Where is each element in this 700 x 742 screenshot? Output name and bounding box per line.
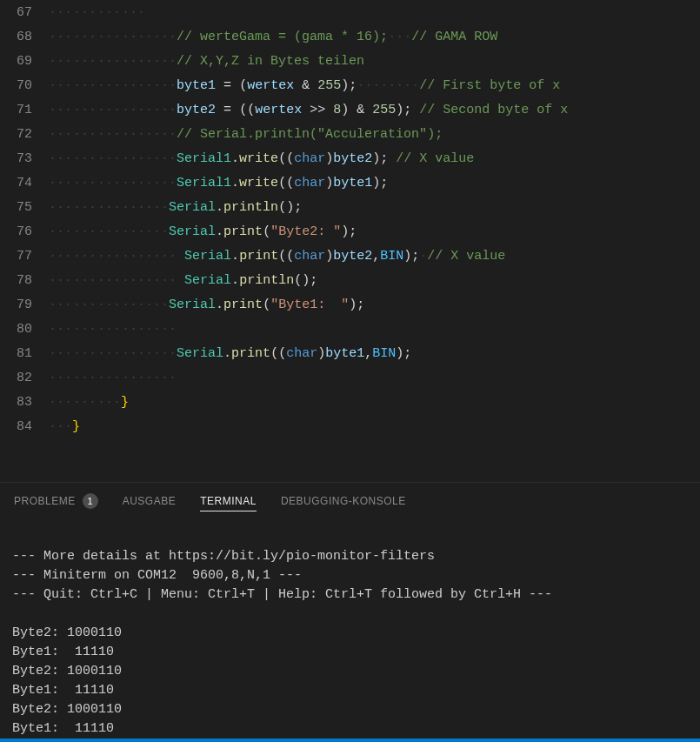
code-content[interactable]: ···············Serial.print("Byte2: "); bbox=[48, 224, 700, 239]
code-content[interactable]: ················// werteGama = (gama * 1… bbox=[48, 30, 700, 44]
line-number: 70 bbox=[0, 78, 48, 93]
code-content[interactable]: ················ bbox=[48, 371, 700, 385]
code-content[interactable]: ················// Serial.println("Accul… bbox=[48, 127, 700, 142]
line-number: 67 bbox=[0, 5, 48, 20]
code-content[interactable]: ·········} bbox=[48, 395, 700, 410]
code-line[interactable]: 78················ Serial.println(); bbox=[0, 268, 700, 292]
code-line[interactable]: 72················// Serial.println("Acc… bbox=[0, 122, 700, 146]
code-content[interactable]: ················ Serial.println(); bbox=[48, 273, 700, 288]
code-content[interactable]: ················Serial1.write((char)byte… bbox=[48, 176, 700, 191]
terminal-output[interactable]: --- More details at https://bit.ly/pio-m… bbox=[10, 523, 690, 739]
code-line[interactable]: 82················ bbox=[0, 365, 700, 390]
line-number: 78 bbox=[0, 273, 48, 288]
code-content[interactable]: ················ bbox=[48, 322, 700, 337]
line-number: 80 bbox=[0, 322, 48, 337]
code-line[interactable]: 77················ Serial.print((char)by… bbox=[0, 244, 700, 268]
tab-label: PROBLEME bbox=[14, 495, 76, 507]
tab-problems[interactable]: PROBLEME 1 bbox=[14, 493, 98, 513]
line-number: 71 bbox=[0, 103, 48, 117]
line-number: 81 bbox=[0, 346, 48, 361]
code-content[interactable]: ················byte2 = ((wertex >> 8) &… bbox=[48, 103, 700, 117]
code-line[interactable]: 84···} bbox=[0, 414, 700, 438]
code-content[interactable]: ················byte1 = (wertex & 255);·… bbox=[48, 78, 700, 93]
line-number: 77 bbox=[0, 249, 48, 264]
code-line[interactable]: 76···············Serial.print("Byte2: ")… bbox=[0, 219, 700, 244]
tab-label: AUSGABE bbox=[123, 495, 177, 507]
bottom-panel: PROBLEME 1 AUSGABE TERMINAL DEBUGGING-KO… bbox=[0, 483, 700, 739]
code-line[interactable]: 70················byte1 = (wertex & 255)… bbox=[0, 73, 700, 97]
code-content[interactable]: ················Serial.print((char)byte1… bbox=[48, 346, 700, 361]
code-line[interactable]: 79···············Serial.print("Byte1: ")… bbox=[0, 292, 700, 317]
tab-terminal[interactable]: TERMINAL bbox=[200, 495, 257, 511]
line-number: 79 bbox=[0, 297, 48, 312]
code-editor[interactable]: 67············68················// werte… bbox=[0, 0, 700, 482]
line-number: 76 bbox=[0, 224, 48, 239]
code-content[interactable]: ···············Serial.println(); bbox=[48, 200, 700, 215]
code-line[interactable]: 80················ bbox=[0, 317, 700, 341]
code-line[interactable]: 73················Serial1.write((char)by… bbox=[0, 146, 700, 170]
line-number: 82 bbox=[0, 371, 48, 385]
line-number: 68 bbox=[0, 30, 48, 44]
code-line[interactable]: 67············ bbox=[0, 0, 700, 24]
code-line[interactable]: 74················Serial1.write((char)by… bbox=[0, 170, 700, 195]
code-content[interactable]: ···············Serial.print("Byte1: "); bbox=[48, 297, 700, 312]
line-number: 75 bbox=[0, 200, 48, 215]
code-line[interactable]: 71················byte2 = ((wertex >> 8)… bbox=[0, 97, 700, 122]
tab-label: TERMINAL bbox=[200, 495, 257, 507]
problems-badge: 1 bbox=[83, 493, 98, 509]
line-number: 74 bbox=[0, 176, 48, 191]
line-number: 73 bbox=[0, 151, 48, 166]
tab-label: DEBUGGING-KONSOLE bbox=[281, 495, 406, 507]
code-line[interactable]: 83·········} bbox=[0, 390, 700, 414]
code-content[interactable]: ················// X,Y,Z in Bytes teilen bbox=[48, 54, 700, 69]
line-number: 83 bbox=[0, 395, 48, 410]
tab-output[interactable]: AUSGABE bbox=[123, 495, 177, 511]
code-line[interactable]: 75···············Serial.println(); bbox=[0, 195, 700, 219]
tab-debug[interactable]: DEBUGGING-KONSOLE bbox=[281, 495, 406, 511]
code-line[interactable]: 69················// X,Y,Z in Bytes teil… bbox=[0, 49, 700, 73]
code-line[interactable]: 81················Serial.print((char)byt… bbox=[0, 341, 700, 365]
panel-tabs: PROBLEME 1 AUSGABE TERMINAL DEBUGGING-KO… bbox=[10, 483, 690, 523]
code-line[interactable]: 68················// werteGama = (gama *… bbox=[0, 24, 700, 49]
code-content[interactable]: ················Serial1.write((char)byte… bbox=[48, 151, 700, 166]
line-number: 84 bbox=[0, 419, 48, 434]
code-content[interactable]: ···} bbox=[48, 419, 700, 434]
status-bar-edge bbox=[0, 739, 700, 742]
line-number: 72 bbox=[0, 127, 48, 142]
code-content[interactable]: ············ bbox=[48, 5, 700, 20]
code-content[interactable]: ················ Serial.print((char)byte… bbox=[48, 249, 700, 264]
line-number: 69 bbox=[0, 54, 48, 69]
